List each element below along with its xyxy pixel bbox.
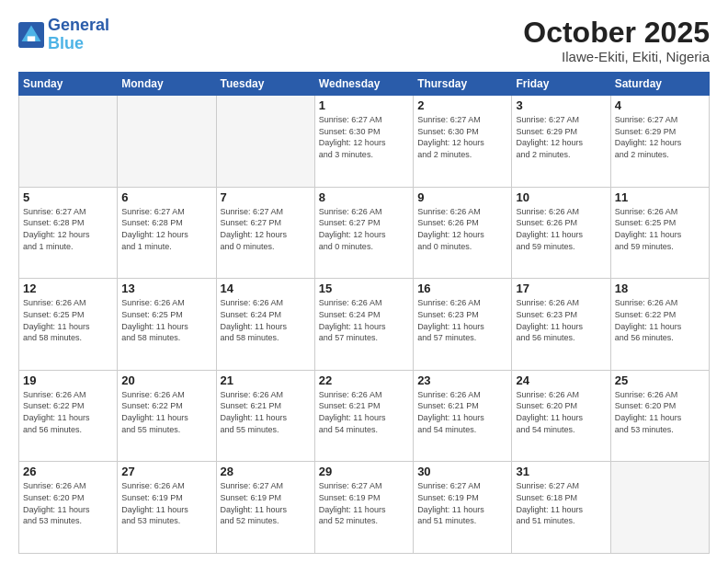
day-number: 3 <box>516 98 606 112</box>
day-info: Sunrise: 6:26 AM Sunset: 6:26 PM Dayligh… <box>516 206 606 252</box>
weekday-thursday: Thursday <box>414 73 512 96</box>
day-info: Sunrise: 6:26 AM Sunset: 6:20 PM Dayligh… <box>615 389 705 435</box>
day-info: Sunrise: 6:27 AM Sunset: 6:19 PM Dayligh… <box>319 480 409 526</box>
logo-line1: General <box>48 17 109 35</box>
calendar-cell: 7Sunrise: 6:27 AM Sunset: 6:27 PM Daylig… <box>216 187 314 279</box>
calendar-cell: 27Sunrise: 6:26 AM Sunset: 6:19 PM Dayli… <box>118 462 216 554</box>
weekday-friday: Friday <box>512 73 610 96</box>
calendar-cell: 3Sunrise: 6:27 AM Sunset: 6:29 PM Daylig… <box>512 96 610 188</box>
calendar-cell: 2Sunrise: 6:27 AM Sunset: 6:30 PM Daylig… <box>414 96 512 188</box>
weekday-monday: Monday <box>118 73 216 96</box>
calendar-cell: 29Sunrise: 6:27 AM Sunset: 6:19 PM Dayli… <box>314 462 413 554</box>
calendar-cell: 6Sunrise: 6:27 AM Sunset: 6:28 PM Daylig… <box>118 187 216 279</box>
day-info: Sunrise: 6:26 AM Sunset: 6:23 PM Dayligh… <box>417 297 507 343</box>
logo: General Blue <box>18 17 109 53</box>
calendar-cell: 24Sunrise: 6:26 AM Sunset: 6:20 PM Dayli… <box>512 370 610 462</box>
header: General Blue October 2025 Ilawe-Ekiti, E… <box>18 17 710 64</box>
svg-rect-2 <box>28 36 35 41</box>
day-info: Sunrise: 6:26 AM Sunset: 6:21 PM Dayligh… <box>319 389 409 435</box>
calendar-week-3: 12Sunrise: 6:26 AM Sunset: 6:25 PM Dayli… <box>19 279 710 371</box>
calendar-cell: 23Sunrise: 6:26 AM Sunset: 6:21 PM Dayli… <box>414 370 512 462</box>
calendar-cell: 13Sunrise: 6:26 AM Sunset: 6:25 PM Dayli… <box>118 279 216 371</box>
day-number: 6 <box>121 190 211 204</box>
day-info: Sunrise: 6:26 AM Sunset: 6:24 PM Dayligh… <box>221 297 311 343</box>
day-number: 24 <box>516 373 606 387</box>
day-number: 29 <box>319 465 409 478</box>
calendar-cell: 25Sunrise: 6:26 AM Sunset: 6:20 PM Dayli… <box>610 370 709 462</box>
calendar-cell: 21Sunrise: 6:26 AM Sunset: 6:21 PM Dayli… <box>216 370 314 462</box>
logo-line2: Blue <box>48 34 84 52</box>
calendar-cell: 28Sunrise: 6:27 AM Sunset: 6:19 PM Dayli… <box>216 462 314 554</box>
day-number: 21 <box>221 373 311 387</box>
calendar-cell: 26Sunrise: 6:26 AM Sunset: 6:20 PM Dayli… <box>19 462 118 554</box>
calendar-cell: 16Sunrise: 6:26 AM Sunset: 6:23 PM Dayli… <box>414 279 512 371</box>
day-number: 8 <box>319 190 409 204</box>
page: General Blue October 2025 Ilawe-Ekiti, E… <box>0 0 728 563</box>
calendar-cell <box>216 96 314 188</box>
logo-icon <box>18 22 44 48</box>
calendar-cell <box>118 96 216 188</box>
day-number: 1 <box>319 98 409 112</box>
logo-text: General Blue <box>48 17 109 53</box>
day-number: 12 <box>23 282 113 295</box>
day-info: Sunrise: 6:27 AM Sunset: 6:30 PM Dayligh… <box>319 114 409 160</box>
day-info: Sunrise: 6:26 AM Sunset: 6:19 PM Dayligh… <box>121 480 211 526</box>
calendar-header: SundayMondayTuesdayWednesdayThursdayFrid… <box>19 73 710 96</box>
calendar-week-2: 5Sunrise: 6:27 AM Sunset: 6:28 PM Daylig… <box>19 187 710 279</box>
day-number: 10 <box>516 190 606 204</box>
calendar-cell: 10Sunrise: 6:26 AM Sunset: 6:26 PM Dayli… <box>512 187 610 279</box>
day-number: 7 <box>221 190 311 204</box>
weekday-wednesday: Wednesday <box>314 73 413 96</box>
calendar-table: SundayMondayTuesdayWednesdayThursdayFrid… <box>18 72 710 554</box>
location: Ilawe-Ekiti, Ekiti, Nigeria <box>523 49 710 64</box>
day-info: Sunrise: 6:26 AM Sunset: 6:21 PM Dayligh… <box>417 389 507 435</box>
calendar-cell: 8Sunrise: 6:26 AM Sunset: 6:27 PM Daylig… <box>314 187 413 279</box>
calendar-cell: 20Sunrise: 6:26 AM Sunset: 6:22 PM Dayli… <box>118 370 216 462</box>
day-info: Sunrise: 6:26 AM Sunset: 6:25 PM Dayligh… <box>121 297 211 343</box>
day-info: Sunrise: 6:26 AM Sunset: 6:21 PM Dayligh… <box>221 389 311 435</box>
calendar-week-4: 19Sunrise: 6:26 AM Sunset: 6:22 PM Dayli… <box>19 370 710 462</box>
day-info: Sunrise: 6:26 AM Sunset: 6:20 PM Dayligh… <box>23 480 113 526</box>
month-title: October 2025 <box>523 17 710 49</box>
day-number: 9 <box>417 190 507 204</box>
weekday-sunday: Sunday <box>19 73 118 96</box>
day-info: Sunrise: 6:27 AM Sunset: 6:29 PM Dayligh… <box>615 114 705 160</box>
day-number: 19 <box>23 373 113 387</box>
day-info: Sunrise: 6:26 AM Sunset: 6:22 PM Dayligh… <box>121 389 211 435</box>
day-info: Sunrise: 6:27 AM Sunset: 6:30 PM Dayligh… <box>417 114 507 160</box>
day-info: Sunrise: 6:27 AM Sunset: 6:19 PM Dayligh… <box>221 480 311 526</box>
day-info: Sunrise: 6:26 AM Sunset: 6:26 PM Dayligh… <box>417 206 507 252</box>
day-number: 26 <box>23 465 113 478</box>
day-info: Sunrise: 6:26 AM Sunset: 6:20 PM Dayligh… <box>516 389 606 435</box>
day-info: Sunrise: 6:26 AM Sunset: 6:27 PM Dayligh… <box>319 206 409 252</box>
calendar-cell: 15Sunrise: 6:26 AM Sunset: 6:24 PM Dayli… <box>314 279 413 371</box>
day-number: 20 <box>121 373 211 387</box>
day-number: 25 <box>615 373 705 387</box>
calendar-cell: 19Sunrise: 6:26 AM Sunset: 6:22 PM Dayli… <box>19 370 118 462</box>
calendar-cell <box>19 96 118 188</box>
day-number: 27 <box>121 465 211 478</box>
day-number: 2 <box>417 98 507 112</box>
day-number: 17 <box>516 282 606 295</box>
weekday-saturday: Saturday <box>610 73 709 96</box>
calendar-cell: 5Sunrise: 6:27 AM Sunset: 6:28 PM Daylig… <box>19 187 118 279</box>
day-info: Sunrise: 6:26 AM Sunset: 6:25 PM Dayligh… <box>23 297 113 343</box>
calendar-cell: 30Sunrise: 6:27 AM Sunset: 6:19 PM Dayli… <box>414 462 512 554</box>
day-number: 23 <box>417 373 507 387</box>
calendar-cell: 11Sunrise: 6:26 AM Sunset: 6:25 PM Dayli… <box>610 187 709 279</box>
day-info: Sunrise: 6:27 AM Sunset: 6:19 PM Dayligh… <box>417 480 507 526</box>
day-number: 30 <box>417 465 507 478</box>
title-block: October 2025 Ilawe-Ekiti, Ekiti, Nigeria <box>523 17 710 64</box>
day-number: 4 <box>615 98 705 112</box>
day-number: 13 <box>121 282 211 295</box>
day-number: 18 <box>615 282 705 295</box>
day-info: Sunrise: 6:27 AM Sunset: 6:27 PM Dayligh… <box>221 206 311 252</box>
calendar-cell: 31Sunrise: 6:27 AM Sunset: 6:18 PM Dayli… <box>512 462 610 554</box>
calendar-body: 1Sunrise: 6:27 AM Sunset: 6:30 PM Daylig… <box>19 96 710 554</box>
calendar-cell: 9Sunrise: 6:26 AM Sunset: 6:26 PM Daylig… <box>414 187 512 279</box>
calendar-cell: 1Sunrise: 6:27 AM Sunset: 6:30 PM Daylig… <box>314 96 413 188</box>
day-info: Sunrise: 6:26 AM Sunset: 6:22 PM Dayligh… <box>615 297 705 343</box>
day-info: Sunrise: 6:26 AM Sunset: 6:24 PM Dayligh… <box>319 297 409 343</box>
calendar-week-1: 1Sunrise: 6:27 AM Sunset: 6:30 PM Daylig… <box>19 96 710 188</box>
day-number: 16 <box>417 282 507 295</box>
